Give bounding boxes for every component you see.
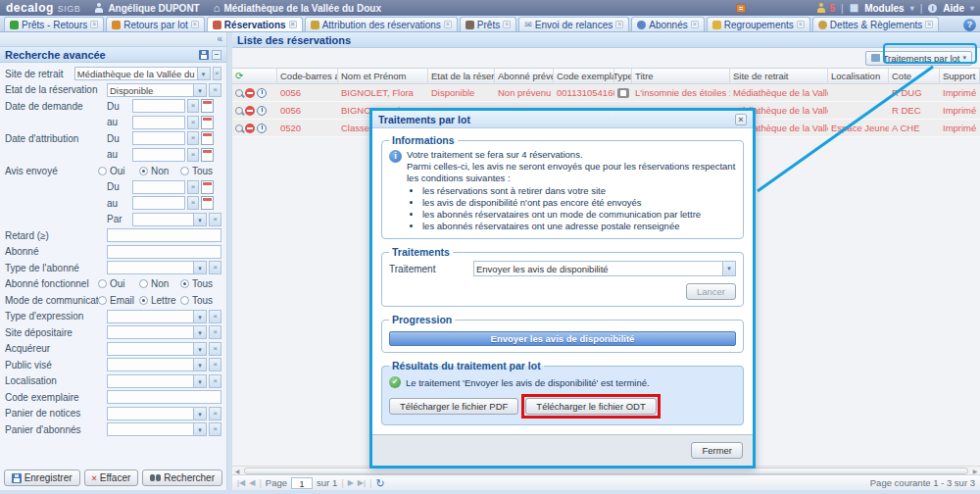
chevron-down-icon[interactable]: ▾ — [193, 262, 206, 273]
chevron-down-icon[interactable]: ▾ — [193, 84, 206, 96]
download-odt-button[interactable]: Télécharger le fichier ODT — [525, 398, 656, 415]
table-row[interactable]: 0056 BIGNOLET, Flora Disponible Non prév… — [232, 84, 980, 102]
close-button[interactable]: Fermer — [691, 442, 743, 459]
chevron-down-icon[interactable]: ▾ — [193, 214, 206, 225]
scroll-left-icon[interactable]: ◀ — [232, 468, 242, 474]
radio-non[interactable]: Non — [139, 278, 180, 289]
tab-dettes-reglements[interactable]: Dettes & Règlements× — [812, 17, 940, 31]
chevron-down-icon[interactable]: ▾ — [722, 262, 735, 275]
clear-field-icon[interactable]: × — [209, 261, 221, 274]
subscribers-icon[interactable] — [816, 3, 826, 13]
delete-icon[interactable] — [245, 88, 255, 98]
tab-close-icon[interactable]: × — [797, 21, 805, 28]
header-support[interactable]: Support — [940, 69, 980, 83]
date-attribution-du-input[interactable] — [132, 131, 185, 145]
radio-tous[interactable]: Tous — [180, 295, 221, 306]
view-icon[interactable] — [235, 89, 243, 97]
tab-envoi-relances[interactable]: ✉Envoi de relances× — [518, 17, 629, 31]
chevron-down-icon[interactable]: ▾ — [193, 311, 206, 322]
radio-lettre[interactable]: Lettre — [139, 295, 180, 306]
batch-processing-button[interactable]: Traitements par lot▾ — [865, 51, 972, 66]
calendar-icon[interactable] — [201, 180, 214, 194]
acquereur-select[interactable]: ▾ — [107, 342, 207, 356]
header-code-barres[interactable]: Code-barres ab. — [277, 69, 338, 83]
clear-icon[interactable]: × — [187, 116, 199, 129]
clear-icon[interactable]: × — [187, 99, 199, 113]
public-vise-select[interactable]: ▾ — [107, 358, 207, 371]
tab-close-icon[interactable]: × — [615, 21, 623, 28]
tab-attribution-reservations[interactable]: Attribution des réservations× — [305, 17, 458, 31]
view-icon[interactable] — [235, 107, 243, 115]
chevron-down-icon[interactable]: ▾ — [193, 326, 206, 338]
tab-close-icon[interactable]: × — [444, 21, 452, 28]
clear-field-icon[interactable]: × — [209, 213, 221, 226]
tab-close-icon[interactable]: × — [191, 21, 199, 28]
header-titre[interactable]: Titre — [632, 69, 730, 83]
calendar-icon[interactable] — [201, 196, 214, 210]
header-etat[interactable]: Etat de la réservati... — [428, 69, 495, 83]
tab-retours-par-lot[interactable]: Retours par lot× — [106, 17, 205, 31]
search-button[interactable]: Rechercher — [142, 469, 222, 486]
tab-close-icon[interactable]: × — [925, 21, 933, 28]
last-page-icon[interactable]: ▶| — [358, 478, 366, 487]
localisation-select[interactable]: ▾ — [107, 374, 207, 388]
page-input[interactable]: 1 — [291, 477, 313, 489]
calendar-icon[interactable] — [201, 99, 214, 113]
header-type[interactable]: Type — [614, 69, 632, 83]
clear-button[interactable]: ×Effacer — [84, 469, 139, 486]
close-icon[interactable]: × — [735, 114, 747, 125]
radio-non[interactable]: Non — [139, 166, 180, 176]
calendar-icon[interactable] — [201, 131, 214, 145]
radio-oui[interactable]: Oui — [98, 166, 139, 176]
notification-icon[interactable] — [736, 4, 746, 13]
radio-email[interactable]: Email — [98, 295, 139, 306]
chevron-down-icon[interactable]: ▾ — [193, 375, 206, 387]
chevron-down-icon[interactable]: ▾ — [193, 343, 206, 355]
extend-icon[interactable] — [257, 88, 267, 98]
header-nom-prenom[interactable]: Nom et Prénom — [338, 69, 428, 83]
date-demande-du-input[interactable] — [132, 99, 185, 113]
clear-field-icon[interactable]: × — [209, 325, 221, 339]
header-site-retrait[interactable]: Site de retrait — [730, 69, 828, 83]
tab-abonnes[interactable]: Abonnés× — [631, 17, 704, 31]
clear-field-icon[interactable]: × — [209, 374, 221, 388]
tab-close-icon[interactable]: × — [90, 21, 98, 28]
date-attribution-au-input[interactable] — [132, 148, 185, 162]
delete-icon[interactable] — [245, 124, 255, 133]
radio-oui[interactable]: Oui — [98, 278, 139, 289]
current-user[interactable]: Angélique DUPONT — [94, 3, 199, 14]
tab-prets[interactable]: Prêts× — [460, 17, 516, 31]
abonne-input[interactable] — [107, 245, 221, 259]
save-button[interactable]: Enregistrer — [4, 469, 80, 486]
current-site[interactable]: ⌂Médiathèque de la Vallée du Doux — [214, 3, 381, 14]
etat-reservation-select[interactable]: Disponible▾ — [107, 83, 207, 97]
chevron-down-icon[interactable]: ▾ — [197, 68, 210, 79]
modules-menu[interactable]: Modules — [864, 3, 905, 14]
header-actions[interactable]: ⟳ — [232, 69, 277, 83]
avis-au-input[interactable] — [132, 196, 185, 210]
code-exemplaire-input[interactable] — [107, 390, 221, 404]
radio-tous[interactable]: Tous — [180, 278, 221, 289]
view-icon[interactable] — [235, 124, 243, 132]
traitement-select[interactable]: Envoyer les avis de disponibilité▾ — [473, 261, 736, 276]
clear-field-icon[interactable]: × — [209, 422, 221, 436]
prev-page-icon[interactable]: ◀ — [249, 478, 255, 487]
extend-icon[interactable] — [257, 124, 267, 133]
clear-icon[interactable]: × — [187, 148, 199, 162]
chevron-down-icon[interactable]: ▾ — [193, 408, 206, 420]
clear-field-icon[interactable]: × — [209, 83, 221, 97]
aide-menu[interactable]: Aide — [943, 3, 964, 14]
clear-icon[interactable]: × — [187, 180, 199, 194]
clear-field-icon[interactable]: × — [213, 67, 221, 80]
chevron-down-icon[interactable]: ▾ — [193, 359, 206, 370]
delete-icon[interactable] — [245, 106, 255, 116]
clear-field-icon[interactable]: × — [209, 407, 221, 420]
tab-close-icon[interactable]: × — [691, 21, 699, 28]
site-depositaire-select[interactable]: ▾ — [107, 325, 207, 339]
dialog-titlebar[interactable]: Traitements par lot × — [372, 111, 753, 128]
clear-field-icon[interactable]: × — [209, 342, 221, 356]
tab-close-icon[interactable]: × — [503, 21, 511, 28]
clear-icon[interactable]: × — [187, 196, 199, 210]
radio-tous[interactable]: Tous — [180, 166, 221, 176]
tab-reservations[interactable]: Réservations× — [207, 17, 303, 31]
